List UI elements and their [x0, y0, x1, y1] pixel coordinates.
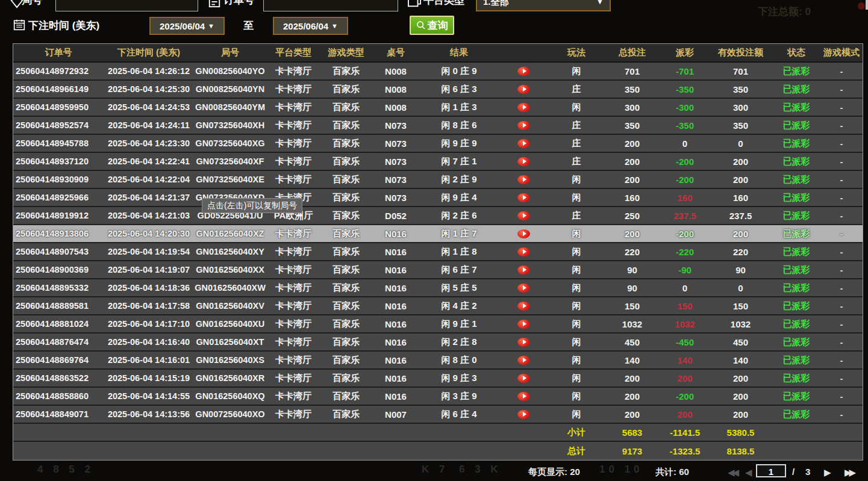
cell-total-bet: 140	[604, 355, 661, 365]
table-row[interactable]: 2506041488953322025-06-04 14:18:36GN0162…	[13, 279, 863, 297]
next-page-icon[interactable]: ▶	[824, 467, 831, 478]
table-row[interactable]: 2506041489661492025-06-04 14:25:30GN0082…	[13, 81, 863, 99]
round-number-input[interactable]	[55, 0, 198, 11]
replay-cell	[498, 392, 549, 401]
table-row[interactable]: 2506041488810242025-06-04 14:17:10GN0162…	[13, 315, 863, 334]
date-to-picker[interactable]: 2025/06/04▼	[273, 17, 348, 35]
cell-result: 闲 7 庄 1	[420, 156, 498, 167]
table-row[interactable]: 2506041488588602025-06-04 14:14:55GN0162…	[13, 388, 863, 406]
faint-card-hint: 6 3 K	[459, 464, 502, 476]
sum-valid: 5380.5	[709, 427, 772, 438]
cell-round-number[interactable]: GN016256040XS	[194, 355, 266, 365]
page-number-input[interactable]: 1	[756, 464, 786, 477]
cell-round-number[interactable]: GN016256040XT	[194, 337, 266, 347]
play-video-icon[interactable]	[517, 374, 530, 383]
play-video-icon[interactable]	[517, 265, 530, 275]
cell-game-type: 百家乐	[320, 391, 372, 402]
play-video-icon[interactable]	[517, 157, 530, 166]
table-row[interactable]: 2506041489309092025-06-04 14:22:04GN0732…	[13, 171, 863, 189]
sum-label: 总计	[549, 445, 604, 457]
play-video-icon[interactable]	[517, 284, 530, 293]
table-row[interactable]: 2506041489138062025-06-04 14:20:30GN0162…	[13, 225, 863, 243]
replay-cell	[498, 229, 549, 238]
cell-round-number[interactable]: GN016256040XQ	[194, 391, 266, 401]
cell-game-type: 百家乐	[320, 337, 372, 348]
cell-payout: 0	[661, 138, 709, 149]
cell-round-number[interactable]: GN016256040XX	[194, 265, 266, 275]
cell-status: 已派彩	[772, 66, 820, 77]
play-video-icon[interactable]	[517, 67, 530, 76]
play-video-icon[interactable]	[517, 211, 530, 220]
cell-round-number[interactable]: GN016256040XR	[194, 373, 266, 383]
first-page-icon[interactable]: ◀◀	[728, 467, 737, 478]
cell-valid-bet: 200	[709, 229, 772, 239]
cell-round-number[interactable]: GN008256040YM	[194, 102, 266, 112]
play-video-icon[interactable]	[517, 139, 530, 148]
table-row[interactable]: 2506041489003692025-06-04 14:19:07GN0162…	[13, 261, 863, 279]
play-video-icon[interactable]	[517, 121, 530, 130]
header-status: 状态	[772, 47, 820, 58]
search-button[interactable]: 查询	[410, 16, 454, 35]
platform-type-select[interactable]: 1.全部 ▼	[476, 0, 611, 11]
play-video-icon[interactable]	[517, 103, 530, 112]
table-row[interactable]: 2506041489199122025-06-04 14:21:03GD0522…	[13, 207, 863, 225]
cell-round-number[interactable]: GN016256040XZ	[194, 229, 266, 238]
order-number-input[interactable]	[263, 0, 398, 11]
sum-valid: 8138.5	[709, 446, 772, 456]
cell-round-number[interactable]: GN016256040XU	[194, 319, 266, 329]
table-row[interactable]: 2506041489259662025-06-04 14:21:37GN0732…	[13, 189, 863, 207]
cell-result: 闲 9 庄 4	[420, 192, 498, 203]
play-video-icon[interactable]	[517, 229, 530, 238]
cell-valid-bet: 200	[709, 373, 772, 383]
cell-game-mode: -	[820, 301, 863, 311]
play-video-icon[interactable]	[517, 193, 530, 202]
cell-round-number[interactable]: GN073256040XE	[194, 175, 266, 184]
cell-round-number[interactable]: GN016256040XW	[194, 283, 266, 293]
play-video-icon[interactable]	[517, 338, 530, 347]
cell-round-number[interactable]: GN008256040YN	[194, 84, 266, 94]
cell-status: 已派彩	[772, 138, 820, 149]
cell-round-number[interactable]: GN073256040XH	[194, 120, 266, 130]
table-row[interactable]: 2506041488635222025-06-04 14:15:19GN0162…	[13, 370, 863, 388]
table-row[interactable]: 2506041489599502025-06-04 14:24:53GN0082…	[13, 99, 863, 117]
cell-game-type: 百家乐	[320, 84, 372, 95]
play-video-icon[interactable]	[517, 85, 530, 94]
table-row[interactable]: 2506041489729322025-06-04 14:26:12GN0082…	[13, 63, 863, 81]
table-row[interactable]: 2506041489525742025-06-04 14:24:11GN0732…	[13, 117, 863, 135]
cell-table-number: N016	[372, 355, 420, 365]
replay-cell	[498, 121, 549, 130]
table-row[interactable]: 2506041489075432025-06-04 14:19:54GN0162…	[13, 243, 863, 261]
cell-round-number[interactable]: GN008256040YO	[194, 66, 266, 76]
table-row[interactable]: 2506041488697642025-06-04 14:16:01GN0162…	[13, 352, 863, 370]
table-row[interactable]: 2506041489457882025-06-04 14:23:30GN0732…	[13, 135, 863, 153]
cell-result: 闲 1 庄 3	[420, 102, 498, 113]
cell-round-number[interactable]: GN073256040XG	[194, 138, 266, 148]
chevron-down-icon: ▼	[331, 22, 338, 29]
table-row[interactable]: 2506041488895812025-06-04 14:17:58GN0162…	[13, 297, 863, 315]
cell-play-type: 闲	[549, 300, 604, 312]
cell-payout: 200	[661, 373, 709, 383]
cell-result: 闲 3 庄 9	[420, 391, 498, 402]
cell-round-number[interactable]: GN016256040XY	[194, 247, 266, 256]
table-row[interactable]: 2506041488764742025-06-04 14:16:40GN0162…	[13, 334, 863, 352]
play-video-icon[interactable]	[517, 320, 530, 329]
play-video-icon[interactable]	[517, 175, 530, 184]
cell-status: 已派彩	[772, 102, 820, 113]
cell-table-number: N016	[372, 283, 420, 293]
cell-round-number[interactable]: GN007256040XO	[194, 409, 266, 419]
prev-page-icon[interactable]: ◀	[745, 467, 752, 478]
cell-round-number[interactable]: GN073256040XF	[194, 157, 266, 166]
cell-bet-time: 2025-06-04 14:13:56	[104, 409, 194, 419]
play-video-icon[interactable]	[517, 302, 530, 311]
cell-round-number[interactable]: GN016256040XV	[194, 301, 266, 311]
play-video-icon[interactable]	[517, 247, 530, 256]
play-video-icon[interactable]	[517, 356, 530, 365]
table-row[interactable]: 2506041488490712025-06-04 14:13:56GN0072…	[13, 406, 863, 424]
last-page-icon[interactable]: ▶▶	[845, 467, 854, 478]
table-row[interactable]: 2506041489371202025-06-04 14:22:41GN0732…	[13, 153, 863, 171]
date-from-picker[interactable]: 2025/06/04▼	[149, 17, 225, 35]
play-video-icon[interactable]	[517, 410, 530, 419]
cell-table-number: N073	[372, 175, 420, 185]
to-label: 至	[243, 19, 254, 33]
play-video-icon[interactable]	[517, 392, 530, 401]
